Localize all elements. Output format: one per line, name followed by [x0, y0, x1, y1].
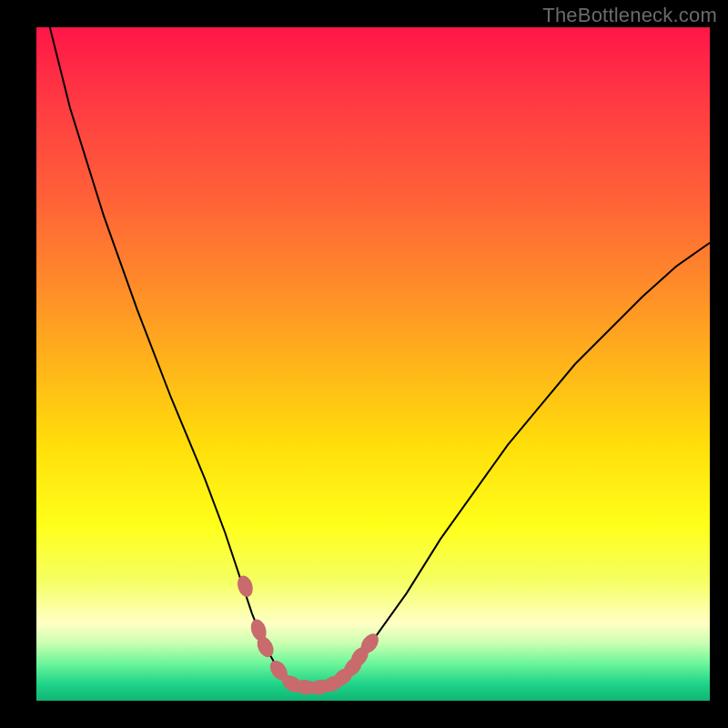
curve-line [50, 27, 710, 687]
watermark-text: TheBottleneck.com [542, 4, 717, 27]
plot-area [36, 27, 710, 701]
marker-dot [235, 573, 255, 599]
bottleneck-curve [36, 27, 710, 701]
chart-frame: TheBottleneck.com [0, 0, 728, 728]
optimal-range-markers [235, 573, 382, 695]
